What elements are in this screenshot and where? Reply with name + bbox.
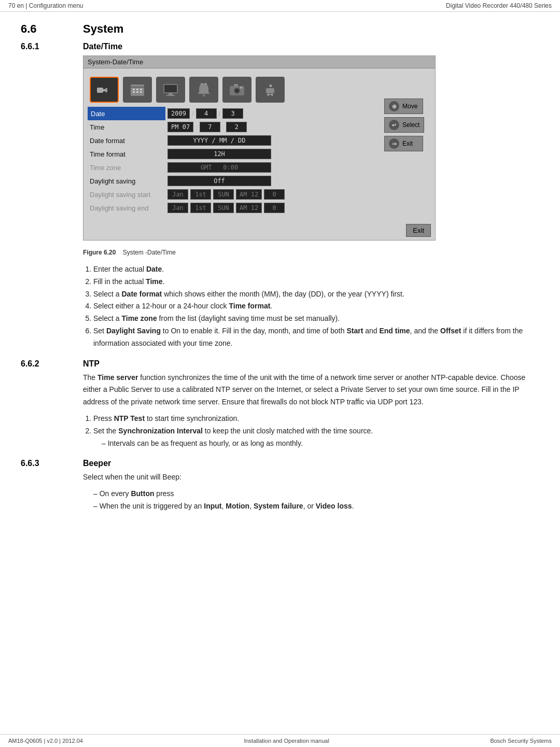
instruction-3: Select a Date format which shows either … (93, 288, 539, 301)
time-min[interactable]: 7 (200, 122, 220, 132)
ntp-sublist: Intervals can be as frequent as hourly, … (102, 438, 539, 450)
section-663-num: 6.6.3 (21, 459, 83, 468)
date-day[interactable]: 3 (222, 108, 243, 119)
ds-end-time: AM 12 (236, 203, 262, 213)
exit-icon: ⇒ (389, 138, 399, 149)
svg-point-20 (235, 89, 239, 93)
time-zone-value: GMT 0:00 (167, 162, 271, 173)
value-daylight-saving: Off (165, 174, 380, 188)
svg-rect-23 (266, 88, 274, 93)
instruction-1: Enter the actual Date. (93, 263, 539, 276)
row-time-zone: Time zone GMT 0:00 (88, 161, 380, 174)
dialog-exit-row: Exit (83, 219, 435, 240)
value-time: PM 07 : 7 : 2 (165, 120, 380, 134)
value-daylight-end: Jan 1st SUN AM 12 0 (165, 201, 380, 215)
instruction-6: Set Daylight Saving to On to enable it. … (93, 325, 539, 350)
figure-caption-text: System -Date/Time (123, 249, 176, 256)
label-date: Date (88, 107, 165, 120)
ds-start-time: AM 12 (236, 189, 262, 200)
beeper-intro: Select when the unit will Beep: (83, 471, 539, 484)
row-daylight-end: Daylight saving end Jan 1st SUN AM 12 0 (88, 201, 380, 215)
beeper-list: On every Button press When the unit is t… (93, 488, 539, 513)
time-hour[interactable]: PM 07 (167, 122, 193, 132)
svg-rect-14 (166, 95, 175, 96)
section-663: 6.6.3 Beeper (21, 459, 539, 468)
footer-right: Bosch Security Systems (490, 738, 552, 744)
header-right: Digital Video Recorder 440/480 Series (446, 2, 552, 9)
section-662-num: 6.6.2 (21, 359, 83, 369)
section-663-title: Beeper (83, 459, 111, 468)
icon-alarm[interactable] (189, 77, 218, 103)
label-time: Time (88, 120, 165, 134)
move-button[interactable]: ⊕ Move (384, 98, 423, 114)
section-title: System (83, 22, 123, 36)
date-month[interactable]: 4 (196, 108, 217, 119)
row-time-format: Time format 12H (88, 147, 380, 161)
label-date-format: Date format (88, 134, 165, 147)
move-label: Move (402, 103, 417, 110)
datetime-dialog: System-Date/Time (83, 55, 436, 241)
section-662: 6.6.2 NTP (21, 359, 539, 369)
footer-center: Installation and Operation manual (244, 738, 329, 744)
icon-settings[interactable] (256, 77, 285, 103)
label-time-zone: Time zone (88, 161, 165, 174)
figure-number: Figure 6.20 (83, 249, 116, 256)
instruction-4: Select either a 12-hour or a 24-hour clo… (93, 300, 539, 313)
exit-label: Exit (402, 140, 413, 147)
subsection-num: 6.6.1 (21, 42, 83, 51)
icon-connector[interactable] (90, 77, 119, 103)
icon-calendar[interactable] (123, 77, 152, 103)
ntp-item-2: Set the Synchronization Interval to keep… (93, 425, 539, 450)
icon-bar (88, 73, 380, 107)
dialog-right-panel: ⊕ Move ↵ Select ⇒ Exit (384, 73, 431, 215)
date-format-value[interactable]: YYYY / MM / DD (167, 135, 271, 146)
svg-rect-8 (133, 91, 135, 93)
ds-start-month: Jan (167, 189, 188, 200)
select-button[interactable]: ↵ Select (384, 117, 424, 133)
camera-icon (228, 80, 246, 99)
beeper-item-1: On every Button press (93, 488, 539, 500)
section-662-body: The Time server function synchronizes th… (83, 372, 539, 450)
instruction-2: Fill in the actual Time. (93, 276, 539, 288)
section-num: 6.6 (21, 22, 83, 36)
value-daylight-start: Jan 1st SUN AM 12 0 (165, 188, 380, 201)
exit-bottom-button[interactable]: Exit (406, 224, 431, 237)
move-icon: ⊕ (389, 101, 399, 111)
time-format-value[interactable]: 12H (167, 149, 271, 159)
ds-start-offset: 0 (264, 189, 285, 200)
section-661: 6.6.1 Date/Time (21, 42, 539, 51)
row-daylight-start: Daylight saving start Jan 1st SUN AM 12 … (88, 188, 380, 201)
ds-end-week: 1st (190, 203, 211, 213)
row-daylight-saving: Daylight saving Off (88, 174, 380, 188)
time-sec[interactable]: 2 (226, 122, 247, 132)
svg-rect-21 (234, 84, 238, 87)
dialog-title: System-Date/Time (83, 56, 435, 68)
row-time: Time PM 07 : 7 : 2 (88, 120, 380, 134)
daylight-saving-value[interactable]: Off (167, 176, 271, 186)
ntp-list: Press NTP Test to start time synchroniza… (93, 413, 539, 449)
svg-rect-13 (169, 93, 173, 95)
icon-camera[interactable] (222, 77, 251, 103)
label-daylight-saving: Daylight saving (88, 174, 165, 188)
svg-point-17 (205, 83, 207, 85)
svg-point-15 (203, 94, 205, 97)
ds-start-week: 1st (190, 189, 211, 200)
exit-button-right[interactable]: ⇒ Exit (384, 136, 423, 151)
dialog-left: Date 2009 / 4 / 3 (88, 73, 380, 215)
value-time-zone: GMT 0:00 (165, 161, 380, 174)
beeper-item-2: When the unit is triggered by an Input, … (93, 500, 539, 513)
svg-point-22 (240, 87, 242, 89)
svg-rect-0 (97, 88, 103, 93)
instructions-section: Enter the actual Date. Fill in the actua… (83, 263, 539, 350)
subsection-title: Date/Time (83, 42, 122, 51)
svg-rect-6 (136, 89, 138, 90)
icon-monitor[interactable] (156, 77, 185, 103)
section-662-title: NTP (83, 359, 100, 369)
date-year[interactable]: 2009 (167, 108, 190, 119)
connector-icon (95, 80, 114, 99)
figure-caption: Figure 6.20 System -Date/Time (83, 249, 539, 256)
value-date: 2009 / 4 / 3 (165, 107, 380, 120)
row-date-format: Date format YYYY / MM / DD (88, 134, 380, 147)
settings-table: Date 2009 / 4 / 3 (88, 107, 380, 215)
svg-rect-7 (140, 89, 142, 90)
